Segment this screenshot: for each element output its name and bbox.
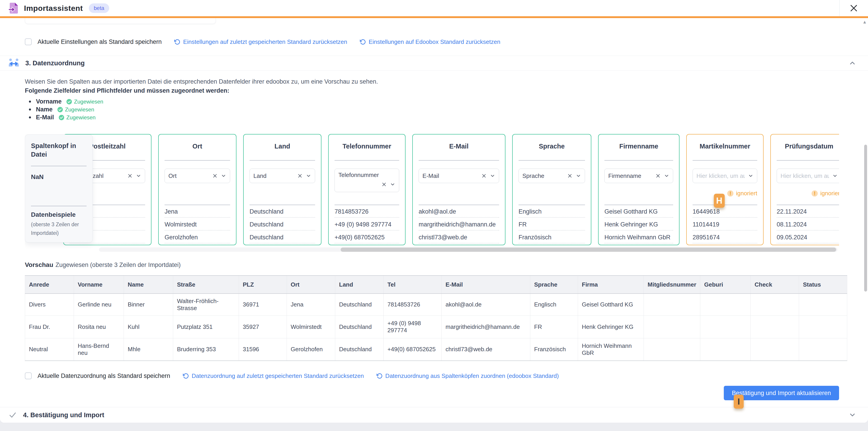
reset-mapping-last-link[interactable]: Datenzuordnung auf zuletzt gespeicherten…	[183, 372, 364, 379]
reset-settings-edoobox-link[interactable]: Einstellungen auf Edoobox Standard zurüc…	[360, 38, 500, 45]
required-field-item: Vorname Zugewiesen	[29, 98, 103, 105]
preview-cell: Deutschland	[335, 338, 383, 361]
preview-cell: Henk Gehringer KG	[578, 315, 644, 338]
field-select[interactable]: Firmenname	[604, 168, 673, 183]
check-circle-icon	[57, 107, 63, 113]
reset-icon	[183, 373, 189, 379]
preview-cell: Jena	[287, 294, 335, 315]
vertical-scrollbar-thumb[interactable]	[864, 145, 867, 291]
field-select[interactable]: Telefonnummer	[335, 168, 399, 192]
field-select[interactable]: E-Mail	[418, 168, 499, 183]
mapping-card-firmenname: Firmenname Firmenname Geisel Gotthard KG…	[598, 134, 680, 245]
scroll-up-arrow-icon[interactable]: ▲	[862, 20, 867, 25]
chevron-up-icon[interactable]	[848, 59, 856, 67]
section-3-intro: Weisen Sie den Spalten aus der importier…	[25, 77, 378, 95]
preview-cell	[799, 315, 847, 338]
preview-cell: Gerolzhofen	[287, 338, 335, 361]
data-mapping-icon	[8, 58, 19, 68]
preview-cell: Walter-Fröhlich-Strasse	[173, 294, 239, 315]
column-header-card: Spaltenkopf in Datei NaN Datenbeispiele …	[25, 134, 93, 243]
preview-cell: Geisel Gotthard KG	[578, 294, 644, 315]
preview-header-cell: Name	[124, 276, 173, 294]
field-select[interactable]: Hier klicken, um auszuwählen	[777, 168, 839, 183]
preview-cell: Divers	[25, 294, 74, 315]
previous-section-card-edge	[25, 18, 216, 24]
save-settings-checkbox[interactable]	[25, 38, 32, 45]
preview-cell	[644, 338, 700, 361]
sample-values: Englisch FR Französisch	[519, 205, 585, 245]
preview-row: Neutral Hans-Bernd neu Mhle Bruderring 3…	[25, 338, 847, 361]
preview-cell: Französisch	[530, 338, 578, 361]
preview-cell	[751, 338, 799, 361]
preview-cell	[799, 338, 847, 361]
field-select[interactable]: Sprache	[519, 168, 585, 183]
map-from-headers-link[interactable]: Datenzuordnung aus Spaltenköpfen zuordne…	[377, 372, 559, 379]
preview-cell: Hornich Weihmann GbR	[578, 338, 644, 361]
clear-selection-icon[interactable]	[567, 173, 572, 179]
close-button[interactable]	[839, 0, 868, 16]
clear-selection-icon[interactable]	[481, 173, 487, 179]
preview-cell: Binner	[124, 294, 173, 315]
chevron-down-icon[interactable]	[306, 173, 311, 179]
chevron-down-icon[interactable]	[576, 173, 581, 179]
assigned-badge: Zugewiesen	[66, 98, 103, 105]
check-circle-icon	[66, 99, 72, 105]
preview-cell	[700, 315, 751, 338]
preview-cell: Englisch	[530, 294, 578, 315]
chevron-down-icon[interactable]	[490, 173, 495, 179]
chevron-down-icon[interactable]	[221, 173, 226, 179]
check-circle-icon	[59, 115, 64, 120]
clear-selection-icon[interactable]	[655, 173, 661, 179]
file-import-icon	[8, 2, 18, 14]
preview-cell	[700, 294, 751, 315]
save-settings-label: Aktuelle Einstellungen als Standard spei…	[37, 38, 162, 45]
preview-header-row: Anrede Vorname Name Straße PLZ Ort Land …	[25, 276, 847, 294]
chevron-down-icon[interactable]	[390, 182, 395, 187]
preview-header-cell: Sprache	[530, 276, 578, 294]
sample-values: akohl@aol.de margritheidrich@hamann.de c…	[418, 205, 499, 245]
field-select[interactable]: Hier klicken, um auszuwählen	[692, 168, 757, 183]
clear-selection-icon[interactable]	[212, 173, 218, 179]
chevron-down-icon[interactable]	[848, 411, 856, 419]
preview-cell	[644, 294, 700, 315]
reset-settings-last-link[interactable]: Einstellungen auf zuletzt gespeicherten …	[174, 38, 347, 45]
preview-header-cell: Check	[751, 276, 799, 294]
preview-cell: +49 (0) 9498 297774	[383, 315, 442, 338]
preview-cell: Mhle	[124, 338, 173, 361]
field-select[interactable]: Ort	[164, 168, 230, 183]
chevron-down-icon[interactable]	[664, 173, 669, 179]
clear-selection-icon[interactable]	[297, 173, 303, 179]
section-4-title: 4. Bestätigung und Import	[23, 411, 104, 419]
preview-title: VorschauZugewiesen (oberste 3 Zeilen der…	[25, 261, 181, 269]
preview-header-cell: Straße	[173, 276, 239, 294]
reset-icon	[377, 373, 383, 379]
chevron-down-icon[interactable]	[748, 173, 753, 179]
preview-table: Anrede Vorname Name Straße PLZ Ort Land …	[25, 275, 847, 361]
clear-selection-icon[interactable]	[127, 173, 133, 179]
ignored-badge: ignoriert	[811, 190, 839, 197]
settings-options-row: Aktuelle Einstellungen als Standard spei…	[25, 34, 839, 49]
divider	[31, 206, 87, 206]
preview-cell: 7814853726	[383, 294, 442, 315]
horizontal-scrollbar[interactable]	[99, 247, 837, 252]
section-4-header[interactable]: 4. Bestätigung und Import	[0, 407, 868, 423]
mapping-options-row: Aktuelle Datenzuordnung als Standard spe…	[25, 369, 839, 383]
preview-cell: Bruderring 353	[173, 338, 239, 361]
horizontal-scrollbar-thumb[interactable]	[341, 247, 836, 252]
chevron-down-icon[interactable]	[136, 173, 141, 179]
preview-cell: christl73@web.de	[442, 338, 530, 361]
preview-cell	[751, 294, 799, 315]
reset-icon	[360, 39, 366, 45]
save-mapping-checkbox[interactable]	[25, 372, 32, 379]
annotation-marker-h: H	[714, 194, 725, 208]
field-select[interactable]: Land	[250, 168, 315, 183]
ignored-badge: ignoriert	[727, 190, 757, 197]
chevron-down-icon[interactable]	[832, 173, 838, 179]
section-3-header[interactable]: 3. Datenzuordnung	[0, 56, 868, 70]
preview-row: Divers Gerlinde neu Binner Walter-Fröhli…	[25, 294, 847, 315]
preview-cell	[799, 294, 847, 315]
mapping-card-pruefungsdatum: Prüfungsdatum Hier klicken, um auszuwähl…	[770, 134, 839, 245]
preview-cell: Rosita neu	[74, 315, 124, 338]
bullet	[29, 100, 31, 102]
clear-selection-icon[interactable]	[381, 182, 387, 187]
